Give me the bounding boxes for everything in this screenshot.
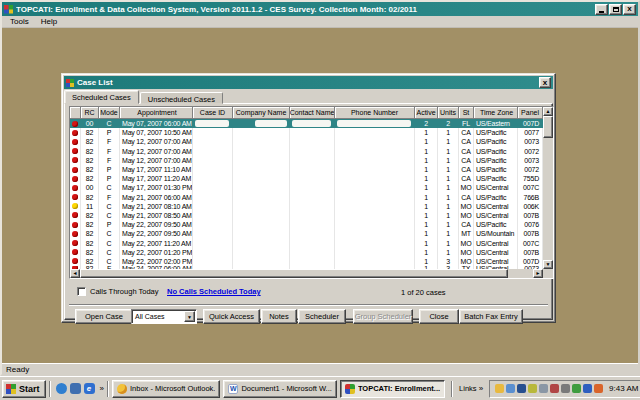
task-button-topcati-enrollment[interactable]: TOPCATI: Enrollment... [340,380,445,398]
minimize-icon[interactable] [595,4,608,15]
cell-rc: 82 [81,147,99,156]
links-label: Links [459,384,477,393]
column-header-case_id[interactable]: Case ID [193,107,233,119]
column-header-icon[interactable] [70,107,81,119]
tray-icon-2[interactable] [506,384,515,393]
close-button[interactable]: Close [419,309,459,324]
internet-explorer-icon[interactable]: e [84,383,95,394]
table-row[interactable]: 82CMay 22, 2007 02:00 PM13MOUS/Central00… [70,257,543,266]
quick-launch-chevron-icon[interactable]: » [100,384,104,393]
horizontal-scrollbar[interactable]: ◄ ► [70,269,543,278]
table-row[interactable]: 82PMay 17, 2007 11:10 AM11CAUS/Pacific00… [70,165,543,174]
column-header-panel[interactable]: Panel [518,107,543,119]
red-status-icon [72,139,78,145]
checkbox-box[interactable] [77,287,86,296]
table-row[interactable]: 82CMay 22, 2007 11:20 AM11MOUS/Central00… [70,238,543,247]
cell-company [233,183,290,192]
table-row[interactable]: 82FMay 12, 2007 07:00 AM11CAUS/Pacific00… [70,147,543,156]
tray-icon-9[interactable] [583,384,592,393]
cell-appointment: May 22, 2007 02:00 PM [120,257,193,266]
tray-icon-8[interactable] [572,384,581,393]
cell-case_id [193,257,233,266]
table-row[interactable]: 82CMay 21, 2007 08:50 AM11MOUS/Central00… [70,211,543,220]
column-header-units[interactable]: Units [438,107,459,119]
cell-panel: 007C [518,183,543,192]
column-header-company[interactable]: Company Name [233,107,290,119]
red-status-icon [72,185,78,191]
table-row[interactable]: 00CMay 07, 2007 06:00 AM22FLUS/Eastern00… [70,119,543,128]
scheduler-button[interactable]: Scheduler [298,309,346,324]
tray-icon-3[interactable] [517,384,526,393]
cell-tz: US/Central [474,211,518,220]
open-case-button[interactable]: Open Case [75,309,133,324]
outlook-express-icon[interactable] [56,383,67,394]
show-desktop-icon[interactable] [70,383,81,394]
table-row[interactable]: 82PMay 17, 2007 11:20 AM11CAUS/Pacific75… [70,174,543,183]
menu-help[interactable]: Help [35,16,63,27]
scroll-down-icon[interactable]: ▼ [543,260,553,269]
table-row[interactable]: 11CMay 21, 2007 08:10 AM11MOUS/Central00… [70,202,543,211]
case-filter-combobox[interactable]: All Cases ▼ [131,309,197,324]
task-button-document1-microsoft-w[interactable]: WDocument1 - Microsoft W... [223,380,336,398]
vertical-scrollbar[interactable]: ▲ ▼ [543,107,553,269]
yellow-status-icon [72,203,78,209]
window-controls: x [595,4,636,15]
start-button[interactable]: Start [2,380,46,398]
dialog-titlebar[interactable]: Case List x [64,76,553,89]
tab-scheduled-cases[interactable]: Scheduled Cases [64,90,139,104]
table-row[interactable]: 00CMay 17, 2007 01:30 PM11MOUS/Central00… [70,183,543,192]
quick-access-button[interactable]: Quick Access [203,309,260,324]
column-header-tz[interactable]: Time Zone [474,107,518,119]
links-toolbar[interactable]: Links » [456,384,486,393]
scroll-right-icon[interactable]: ► [533,269,543,278]
cell-icon [70,156,81,165]
table-body: 00CMay 07, 2007 06:00 AM22FLUS/Eastern00… [70,119,543,269]
close-icon[interactable]: x [623,4,636,15]
cell-rc: 82 [81,220,99,229]
batch-fax-entry-button[interactable]: Batch Fax Entry [459,309,523,324]
scroll-left-icon[interactable]: ◄ [70,269,80,278]
column-header-rc[interactable]: RC [81,107,99,119]
tray-icon-10[interactable] [594,384,603,393]
case-table: RCModeAppointmentCase IDCompany NameCont… [69,106,554,279]
calls-through-today-checkbox[interactable]: Calls Through Today [77,287,159,296]
app-titlebar: TOPCATI: Enrollment & Data Collection Sy… [2,2,638,16]
vertical-scroll-thumb[interactable] [543,116,553,138]
table-row[interactable]: 82PMay 07, 2007 10:50 AM11CAUS/Pacific00… [70,128,543,137]
notes-button[interactable]: Notes [261,309,297,324]
tray-icon-6[interactable] [550,384,559,393]
menu-tools[interactable]: Tools [4,16,35,27]
taskbar-separator [107,381,109,397]
cell-icon [70,238,81,247]
table-row[interactable]: 82FMay 21, 2007 06:00 AM11CAUS/Pacific76… [70,193,543,202]
tray-icon-7[interactable] [561,384,570,393]
scroll-up-icon[interactable]: ▲ [543,107,553,116]
red-status-icon [72,240,78,246]
task-label: TOPCATI: Enrollment... [358,384,440,393]
restore-icon[interactable] [609,4,622,15]
cell-tz: US/Central [474,257,518,266]
table-row[interactable]: 82FMay 12, 2007 07:00 AM11CAUS/Pacific00… [70,137,543,146]
tray-icon-4[interactable] [528,384,537,393]
table-row[interactable]: 82FMay 12, 2007 07:00 AM11CAUS/Pacific00… [70,156,543,165]
column-header-contact[interactable]: Contact Name [290,107,335,119]
cell-contact [290,137,335,146]
cell-company [233,248,290,257]
table-row[interactable]: 82CMay 22, 2007 01:20 PM11MOUS/Central00… [70,248,543,257]
column-header-active[interactable]: Active [415,107,438,119]
column-header-st[interactable]: St [459,107,474,119]
table-row[interactable]: 82PMay 22, 2007 09:50 AM11CAUS/Pacific00… [70,220,543,229]
tab-unscheduled-cases[interactable]: Unscheduled Cases [140,92,223,104]
no-calls-scheduled-link[interactable]: No Calls Scheduled Today [167,287,261,296]
tray-icon-5[interactable] [539,384,548,393]
table-row[interactable]: 82CMay 22, 2007 09:50 AM11MTUS/Mountain0… [70,229,543,238]
column-header-mode[interactable]: Mode [99,107,120,119]
links-chevron-icon[interactable]: » [479,384,483,393]
task-button-inbox-microsoft-outlook[interactable]: Inbox - Microsoft Outlook. [112,380,220,398]
dialog-close-icon[interactable]: x [539,77,551,88]
horizontal-scroll-thumb[interactable] [80,269,508,278]
tray-icon-1[interactable] [495,384,504,393]
column-header-appointment[interactable]: Appointment [120,107,193,119]
chevron-down-icon[interactable]: ▼ [184,311,195,322]
column-header-phone[interactable]: Phone Number [335,107,415,119]
